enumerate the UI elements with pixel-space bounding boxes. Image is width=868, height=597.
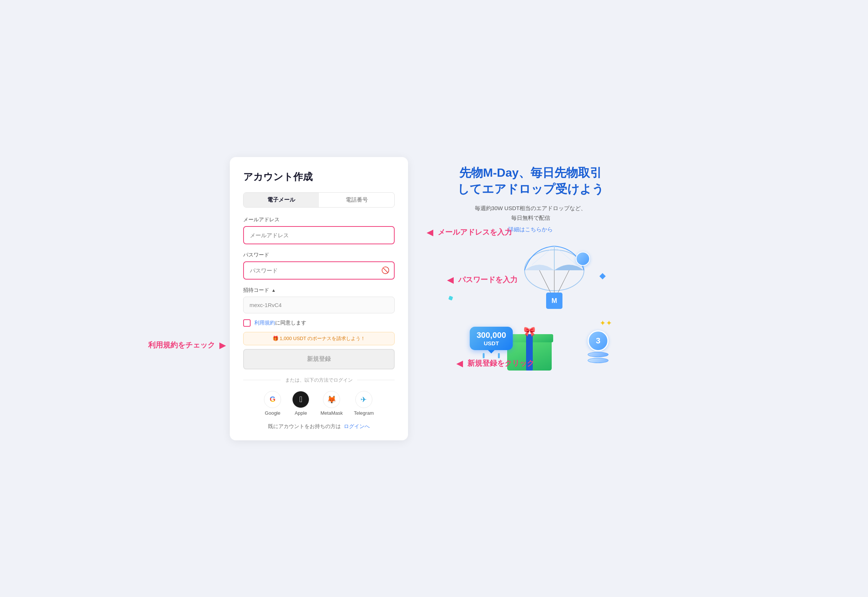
tab-switcher: 電子メール 電話番号 [243, 192, 395, 208]
bonus-banner: 🎁 1,000 USDT のボーナスを請求しよう！ [243, 332, 395, 345]
svg-line-1 [539, 270, 550, 293]
svg-text:M: M [552, 297, 557, 304]
google-icon: G [264, 391, 281, 408]
apple-login-button[interactable]:  Apple [292, 391, 309, 416]
deco-stars: ✦✦ [599, 319, 612, 327]
left-panel: アカウント作成 電子メール 電話番号 メールアドレス パスワード 🚫 招待コード… [230, 157, 408, 440]
referral-label: 招待コード [243, 287, 269, 294]
apple-icon:  [292, 391, 309, 408]
tab-email[interactable]: 電子メール [243, 193, 319, 207]
toggle-password-icon[interactable]: 🚫 [381, 266, 389, 274]
register-button[interactable]: 新規登録 [243, 349, 395, 370]
prize-tag: 300,000 USDT [470, 327, 513, 350]
prize-amount: 300,000 [477, 330, 506, 340]
google-label: Google [265, 410, 280, 416]
social-divider: または、以下の方法でログイン [243, 377, 395, 383]
panel-title: アカウント作成 [243, 171, 395, 183]
promo-detail-link[interactable]: 詳細はこちらから [508, 226, 553, 233]
email-input[interactable] [243, 226, 395, 244]
telegram-icon: ✈ [355, 391, 372, 408]
divider-right [357, 380, 395, 380]
promo-subtitle: 毎週約30W USDT相当のエアドロップなど、 毎日無料で配信 [475, 203, 587, 223]
password-input[interactable] [243, 261, 395, 279]
prize-currency: USDT [477, 340, 506, 346]
login-link[interactable]: ログインへ [344, 423, 370, 429]
divider-left [243, 380, 281, 380]
terms-checkbox[interactable] [243, 319, 251, 327]
tab-phone[interactable]: 電話番号 [319, 193, 394, 207]
terms-checkbox-row: 利用規約に同意します [243, 319, 395, 327]
metamask-icon: 🦊 [323, 391, 340, 408]
divider-text: または、以下の方法でログイン [285, 377, 353, 383]
password-label: パスワード [243, 252, 395, 258]
coin-floating [576, 252, 590, 266]
arrow-terms-icon: ► [217, 340, 228, 351]
left-panel-wrapper: ◄ メールアドレスを入力 ◄ パスワードを入力 利用規約をチェック ► ◄ 新規… [230, 157, 408, 440]
deco-teal [448, 296, 453, 301]
referral-label-row: 招待コード ▲ [243, 287, 395, 294]
password-input-wrapper: 🚫 [243, 261, 395, 279]
illustration: M ✦✦ [441, 244, 620, 371]
page-container: ◄ メールアドレスを入力 ◄ パスワードを入力 利用規約をチェック ► ◄ 新規… [230, 157, 638, 440]
svg-line-3 [558, 270, 569, 293]
terms-text: 利用規約に同意します [254, 320, 306, 326]
annotation-terms-text: 利用規約をチェック [148, 340, 215, 350]
terms-link[interactable]: 利用規約 [254, 320, 275, 325]
telegram-label: Telegram [354, 410, 374, 416]
promo-title: 先物M-Day、毎日先物取引 してエアドロップ受けよう [457, 165, 604, 198]
annotation-terms: 利用規約をチェック ► [148, 340, 228, 351]
apple-label: Apple [295, 410, 307, 416]
deco-diamond-1 [599, 273, 606, 279]
bottom-login: 既にアカウントをお持ちの方は ログインへ [243, 423, 395, 430]
google-login-button[interactable]: G Google [264, 391, 281, 416]
social-login-row: G Google  Apple 🦊 MetaMask [243, 391, 395, 416]
metamask-login-button[interactable]: 🦊 MetaMask [320, 391, 343, 416]
coin-stack: 3 [588, 330, 608, 363]
email-label: メールアドレス [243, 217, 395, 223]
right-panel: 先物M-Day、毎日先物取引 してエアドロップ受けよう 毎週約30W USDT相… [423, 157, 638, 378]
email-input-wrapper [243, 226, 395, 244]
telegram-login-button[interactable]: ✈ Telegram [354, 391, 374, 416]
metamask-label: MetaMask [320, 410, 343, 416]
referral-expand-icon[interactable]: ▲ [272, 288, 276, 293]
referral-input[interactable] [243, 297, 395, 313]
